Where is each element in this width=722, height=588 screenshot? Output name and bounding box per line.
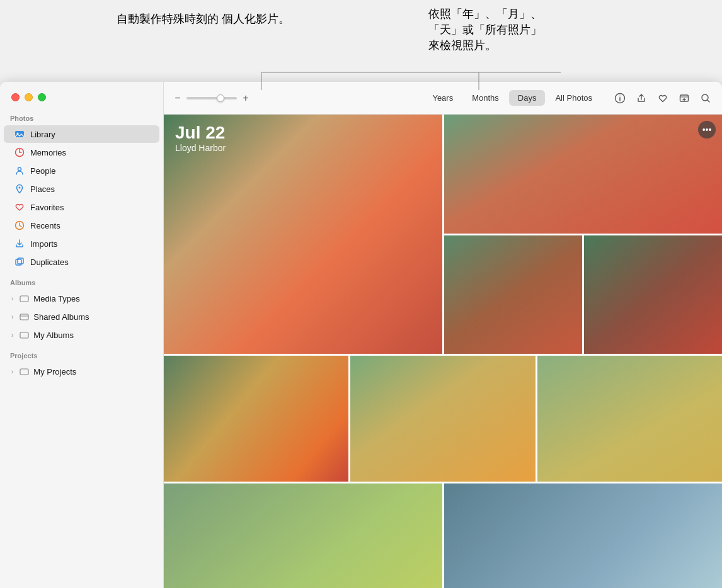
photo-cell-row3-2[interactable]: [444, 483, 723, 588]
svg-rect-18: [20, 332, 28, 338]
traffic-lights: [11, 93, 46, 101]
places-icon: [14, 183, 25, 195]
toolbar: − + Years Months Days All Photos: [164, 82, 722, 115]
chevron-icon-4: ›: [11, 368, 13, 375]
photo-grid: Jul 22 Lloyd Harbor •••: [164, 115, 722, 588]
sidebar-item-library[interactable]: Library: [4, 125, 159, 143]
photo-cell-row3-1[interactable]: [164, 483, 442, 588]
sidebar-item-label-my-albums: My Albums: [33, 331, 74, 340]
tab-months[interactable]: Months: [463, 90, 508, 106]
sidebar-section-photos: Photos Library: [0, 107, 163, 271]
annotation-left: 自動製作特殊時刻的 個人化影片。: [117, 11, 293, 27]
sidebar-item-shared-albums[interactable]: › Shared Albums: [4, 308, 159, 325]
my-albums-icon: [18, 329, 30, 341]
main-content: − + Years Months Days All Photos: [164, 82, 722, 588]
date-location: Lloyd Harbor: [175, 143, 226, 153]
sidebar-item-label-favorites: Favorites: [30, 203, 64, 212]
chevron-icon: ›: [11, 295, 13, 302]
share-button[interactable]: [633, 89, 650, 107]
my-projects-icon: [18, 366, 30, 377]
sidebar-item-my-albums[interactable]: › My Albums: [4, 326, 159, 344]
sidebar-item-places[interactable]: Places: [4, 180, 159, 198]
sidebar-item-label-library: Library: [30, 130, 55, 139]
sidebar-item-label-recents: Recents: [30, 221, 60, 230]
sidebar-item-imports[interactable]: Imports: [4, 235, 159, 252]
section-label-projects: Projects: [0, 344, 163, 362]
svg-line-27: [708, 99, 710, 102]
tab-all-photos[interactable]: All Photos: [546, 90, 601, 106]
section-label-albums: Albums: [0, 271, 163, 289]
imports-icon: [14, 238, 25, 249]
svg-point-10: [18, 167, 21, 171]
shared-albums-icon: [18, 311, 30, 322]
people-icon: [14, 165, 25, 176]
sidebar-item-my-projects[interactable]: › My Projects: [4, 363, 159, 380]
zoom-slider-thumb[interactable]: [217, 94, 224, 102]
photo-cell-row2-3[interactable]: [537, 356, 722, 482]
sidebar-item-label-places: Places: [30, 184, 55, 194]
zoom-minus-button[interactable]: −: [171, 93, 184, 104]
library-icon: [14, 128, 25, 140]
sidebar-item-label-imports: Imports: [30, 239, 57, 249]
sidebar-item-recents[interactable]: Recents: [4, 217, 159, 234]
svg-point-22: [619, 95, 621, 96]
date-header: Jul 22 Lloyd Harbor: [175, 123, 226, 153]
sidebar-item-people[interactable]: People: [4, 162, 159, 179]
sidebar-item-duplicates[interactable]: Duplicates: [4, 253, 159, 271]
sidebar-item-label-shared-albums: Shared Albums: [33, 312, 89, 322]
duplicates-icon: [14, 256, 25, 268]
minimize-button[interactable]: [25, 93, 33, 101]
photo-cell-row2-2[interactable]: [350, 356, 535, 482]
sidebar-item-label-media-types: Media Types: [33, 294, 79, 303]
tab-years[interactable]: Years: [423, 90, 462, 106]
toolbar-actions: [611, 89, 714, 107]
date-day: Jul 22: [175, 123, 226, 143]
media-types-icon: [18, 293, 30, 304]
main-window: Photos Library: [0, 82, 722, 588]
sidebar-item-media-types[interactable]: › Media Types: [4, 290, 159, 307]
photo-cell-row2-1[interactable]: [164, 356, 348, 482]
maximize-button[interactable]: [38, 93, 46, 101]
zoom-slider[interactable]: [186, 97, 237, 99]
tab-days[interactable]: Days: [509, 90, 546, 106]
sidebar-item-label-people: People: [30, 166, 55, 176]
zoom-plus-button[interactable]: +: [239, 93, 252, 104]
search-button[interactable]: [697, 89, 714, 107]
svg-rect-16: [20, 314, 28, 320]
add-to-button[interactable]: [675, 89, 693, 107]
info-button[interactable]: [611, 89, 629, 107]
section-label-photos: Photos: [0, 107, 163, 125]
photo-cell-top-right[interactable]: •••: [444, 115, 723, 234]
zoom-control: − +: [171, 93, 252, 104]
photo-cell-main[interactable]: Jul 22 Lloyd Harbor: [164, 115, 442, 354]
svg-rect-15: [20, 296, 28, 302]
memories-icon: [14, 147, 25, 158]
sidebar-section-projects: Projects › My Projects: [0, 344, 163, 380]
sidebar-item-label-duplicates: Duplicates: [30, 257, 69, 267]
sidebar-item-favorites[interactable]: Favorites: [4, 198, 159, 216]
favorites-icon: [14, 201, 25, 213]
more-button[interactable]: •••: [698, 121, 716, 139]
sidebar-section-albums: Albums › Media Types › Sha: [0, 271, 163, 344]
chevron-icon-2: ›: [11, 314, 13, 320]
photo-cell-bottom-right[interactable]: [584, 235, 722, 354]
favorite-button[interactable]: [654, 89, 672, 107]
recents-icon: [14, 220, 25, 231]
view-tabs: Years Months Days All Photos: [423, 90, 601, 106]
sidebar: Photos Library: [0, 82, 164, 588]
svg-rect-19: [20, 369, 28, 375]
sidebar-item-memories[interactable]: Memories: [4, 144, 159, 161]
svg-point-11: [19, 187, 21, 189]
sidebar-item-label-memories: Memories: [30, 148, 66, 157]
sidebar-item-label-my-projects: My Projects: [33, 367, 76, 376]
photo-cell-bottom-left[interactable]: [444, 235, 582, 354]
chevron-icon-3: ›: [11, 332, 13, 339]
close-button[interactable]: [11, 93, 20, 101]
annotation-right: 依照「年」、「月」、「天」或「所有照片」來檢視照片。: [428, 6, 592, 54]
